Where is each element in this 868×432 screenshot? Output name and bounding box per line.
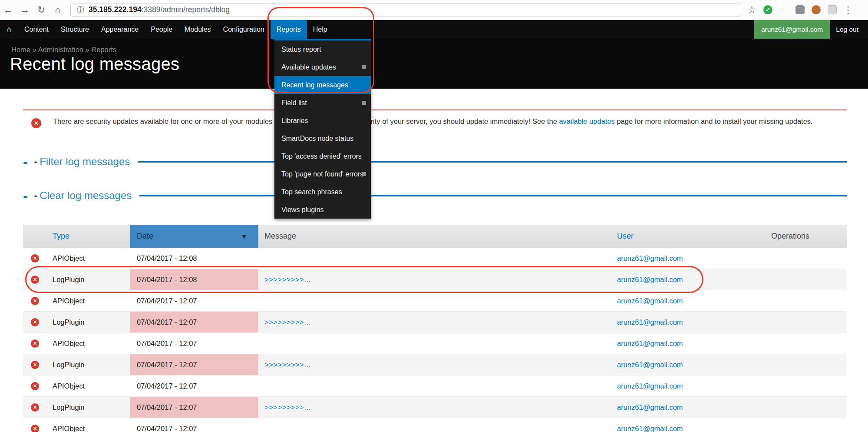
toolbar-item-content[interactable]: Content — [18, 20, 55, 39]
menu-item-status-report[interactable]: Status report — [274, 40, 371, 58]
menu-item-label: Libraries — [281, 117, 308, 124]
available-updates-link[interactable]: available updates — [559, 117, 614, 125]
menu-item-label: Field list — [281, 99, 307, 106]
date-cell: 07/04/2017 - 12:07 — [130, 333, 258, 354]
menu-item-smartdocs-node-status[interactable]: SmartDocs node status — [274, 130, 371, 147]
browser-toolbar: ← → ↻ ⌂ ⓘ 35.185.222.194:3389/admin/repo… — [0, 0, 868, 20]
message-link[interactable]: >>>>>>>>>... — [264, 318, 310, 326]
extension-square-icon[interactable] — [828, 5, 837, 14]
message-cell: >>>>>>>>>... — [258, 312, 610, 332]
toolbar-item-reports[interactable]: Reports — [271, 20, 307, 39]
type-cell: ✕ LogPlugin — [23, 269, 130, 290]
table-row: ✕ APIObject 07/04/2017 - 12:08 arunz61@g… — [23, 248, 847, 269]
operations-cell — [734, 312, 847, 332]
page-info-icon[interactable]: ⓘ — [77, 5, 84, 15]
forward-icon[interactable]: → — [17, 4, 33, 16]
toolbar-item-people[interactable]: People — [145, 20, 178, 39]
message-cell: >>>>>>>>>... — [258, 354, 610, 375]
user-link[interactable]: arunz61@gmail.com — [617, 425, 683, 432]
user-link[interactable]: arunz61@gmail.com — [617, 276, 683, 284]
update-badge-icon — [362, 65, 366, 69]
extension-orange-icon[interactable] — [812, 5, 821, 14]
message-cell — [258, 376, 610, 396]
toolbar-item-help[interactable]: Help — [307, 20, 333, 39]
back-icon[interactable]: ← — [0, 4, 17, 16]
reload-icon[interactable]: ↻ — [33, 4, 50, 16]
extension-dots-icon[interactable]: ··· — [779, 5, 789, 14]
admin-menu: ContentStructureAppearancePeopleModulesC… — [18, 20, 333, 39]
user-link[interactable]: arunz61@gmail.com — [617, 318, 683, 326]
error-message-divider — [23, 110, 847, 110]
message-link[interactable]: >>>>>>>>>... — [264, 276, 310, 284]
date-label: 07/04/2017 - 12:07 — [137, 403, 197, 412]
home-icon[interactable]: ⌂ — [50, 4, 66, 16]
fieldset-line — [139, 195, 847, 196]
toolbar-item-modules[interactable]: Modules — [178, 20, 217, 39]
sort-date-header[interactable]: Date▼ — [130, 225, 258, 248]
page-header: Home » Administration » Reports Recent l… — [0, 39, 868, 89]
operations-cell — [734, 290, 847, 311]
menu-item-top-search-phrases[interactable]: Top search phrases — [274, 183, 371, 201]
toolbar-item-label: Reports — [277, 26, 301, 33]
fieldset-filter-log-messages: - ▸ Filter log messages — [23, 153, 847, 170]
drupal-home-icon[interactable]: ⌂ — [0, 20, 18, 39]
user-link[interactable]: arunz61@gmail.com — [617, 403, 683, 412]
type-label: LogPlugin — [53, 361, 84, 369]
extension-gray-icon[interactable] — [795, 5, 805, 14]
sort-type-header[interactable]: Type — [53, 232, 69, 241]
user-cell: arunz61@gmail.com — [610, 354, 734, 375]
menu-item-label: Status report — [281, 46, 321, 53]
fieldset-filter-label[interactable]: Filter log messages — [40, 156, 130, 168]
table-row: ✕ APIObject 07/04/2017 - 12:07 arunz61@g… — [23, 376, 847, 397]
extension-check-icon[interactable]: ✓ — [763, 5, 772, 14]
menu-item-field-list[interactable]: Field list — [274, 94, 371, 112]
address-bar[interactable]: ⓘ 35.185.222.194:3389/admin/reports/dblo… — [70, 3, 741, 17]
table-row: ✕ APIObject 07/04/2017 - 12:07 arunz61@g… — [23, 290, 847, 312]
toolbar-item-label: Configuration — [223, 26, 264, 33]
browser-menu-icon[interactable]: ⋮ — [844, 5, 853, 15]
message-link[interactable]: >>>>>>>>>... — [264, 403, 310, 412]
operations-header: Operations — [734, 225, 847, 248]
user-link[interactable]: arunz61@gmail.com — [617, 254, 683, 263]
user-cell: arunz61@gmail.com — [610, 376, 734, 396]
fieldset-clear-label[interactable]: Clear log messages — [40, 189, 132, 202]
date-cell: 07/04/2017 - 12:07 — [130, 312, 258, 332]
user-cell: arunz61@gmail.com — [610, 418, 734, 432]
url-text: 35.185.222.194:3389/admin/reports/dblog — [89, 5, 230, 14]
toolbar-item-label: People — [151, 26, 172, 33]
toolbar-item-appearance[interactable]: Appearance — [95, 20, 145, 39]
breadcrumb[interactable]: Home » Administration » Reports — [11, 46, 116, 54]
menu-item-recent-log-messages[interactable]: Recent log messages — [274, 76, 371, 94]
fieldset-arrow-icon: ▸ — [35, 193, 38, 199]
url-path: :3389/admin/reports/dblog — [142, 5, 230, 14]
menu-item-label: Views plugins — [281, 206, 324, 213]
error-icon: ✕ — [31, 403, 39, 412]
toolbar-item-configuration[interactable]: Configuration — [217, 20, 271, 39]
menu-item-label: SmartDocs node status — [281, 135, 353, 142]
user-link[interactable]: arunz61@gmail.com — [617, 361, 683, 369]
screen: ← → ↻ ⌂ ⓘ 35.185.222.194:3389/admin/repo… — [0, 0, 868, 432]
menu-item-label: Available updates — [281, 63, 336, 71]
collapse-dash-icon[interactable]: - — [23, 189, 28, 202]
bookmark-star-icon[interactable]: ☆ — [747, 4, 756, 16]
user-link[interactable]: arunz61@gmail.com — [617, 339, 683, 348]
sort-user-header[interactable]: User — [617, 232, 634, 241]
menu-item-top-access-denied-errors[interactable]: Top 'access denied' errors — [274, 147, 371, 165]
menu-item-views-plugins[interactable]: Views plugins — [274, 201, 371, 219]
user-link[interactable]: arunz61@gmail.com — [617, 297, 683, 305]
collapse-dash-icon[interactable]: - — [23, 155, 28, 168]
type-label: APIObject — [53, 254, 85, 263]
menu-item-top-page-not-found-errors[interactable]: Top 'page not found' errors — [274, 165, 371, 183]
table-row: ✕ LogPlugin 07/04/2017 - 12:07 >>>>>>>>>… — [23, 397, 847, 418]
account-button[interactable]: arunz61@gmail.com — [754, 20, 830, 39]
menu-item-available-updates[interactable]: Available updates — [274, 58, 371, 76]
logout-button[interactable]: Log out — [830, 20, 865, 39]
user-link[interactable]: arunz61@gmail.com — [617, 382, 683, 390]
table-row: ✕ APIObject 07/04/2017 - 12:07 arunz61@g… — [23, 418, 847, 432]
menu-item-libraries[interactable]: Libraries — [274, 112, 371, 130]
toolbar-item-structure[interactable]: Structure — [55, 20, 95, 39]
message-link[interactable]: >>>>>>>>>... — [264, 361, 310, 369]
error-icon: ✕ — [31, 297, 39, 305]
operations-cell — [734, 269, 847, 290]
date-cell: 07/04/2017 - 12:08 — [130, 269, 258, 290]
